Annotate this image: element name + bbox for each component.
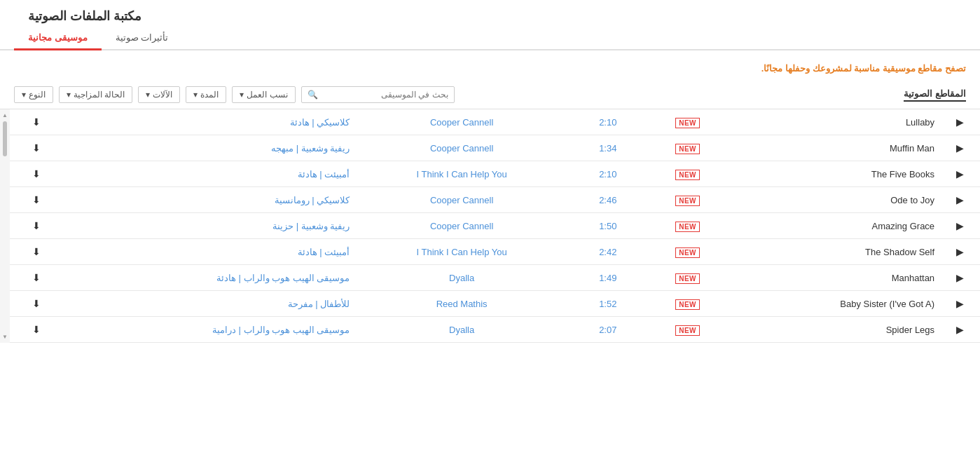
badge-cell: NEW — [648, 213, 728, 239]
track-genre[interactable]: كلاسيكي | رومانسية — [63, 187, 355, 213]
play-button[interactable]: ▶ — [956, 324, 964, 335]
new-badge: NEW — [675, 325, 700, 336]
new-badge: NEW — [675, 144, 700, 154]
chevron-down-icon: ▾ — [240, 90, 244, 100]
download-button[interactable]: ⬇ — [32, 272, 41, 283]
track-name: The Shadow Self — [728, 239, 941, 265]
filter-duration-label: المدة — [200, 90, 219, 100]
track-name: Lullaby — [728, 109, 941, 135]
track-artist: Cooper Cannell — [355, 135, 568, 161]
chevron-down-icon: ▾ — [67, 90, 71, 100]
track-duration: 2:42 — [568, 239, 648, 265]
scrollbar[interactable]: ▲ ▼ — [0, 109, 10, 343]
download-cell: ⬇ — [10, 239, 63, 265]
table-row: ▶ The Five Books NEW 2:10 I Think I Can … — [10, 161, 980, 187]
tracks-table-container: ▲ ▼ ▶ Lullaby NEW 2:10 Cooper Cannell كل… — [0, 109, 980, 343]
download-cell: ⬇ — [10, 291, 63, 317]
download-button[interactable]: ⬇ — [32, 142, 41, 154]
new-badge: NEW — [675, 196, 700, 206]
play-button[interactable]: ▶ — [956, 194, 964, 205]
scroll-up-arrow[interactable]: ▲ — [2, 112, 8, 118]
play-button[interactable]: ▶ — [956, 298, 964, 309]
track-artist: Cooper Cannell — [355, 187, 568, 213]
track-genre[interactable]: كلاسيكي | هادئة — [63, 109, 355, 135]
track-genre[interactable]: موسيقى الهيب هوب والراب | هادئة — [63, 265, 355, 291]
track-duration: 2:10 — [568, 109, 648, 135]
download-button[interactable]: ⬇ — [32, 194, 41, 205]
badge-cell: NEW — [648, 161, 728, 187]
table-row: ▶ Manhattan NEW 1:49 Dyalla موسيقى الهيب… — [10, 265, 980, 291]
chevron-down-icon: ▾ — [146, 90, 150, 100]
track-genre[interactable]: للأطفال | مفرحة — [63, 291, 355, 317]
filter-mood[interactable]: الحالة المزاجية ▾ — [59, 86, 132, 103]
download-cell: ⬇ — [10, 317, 63, 343]
filter-tempo[interactable]: نسب العمل ▾ — [232, 86, 295, 103]
play-cell: ▶ — [940, 135, 980, 161]
table-row: ▶ Amazing Grace NEW 1:50 Cooper Cannell … — [10, 213, 980, 239]
track-artist: Reed Mathis — [355, 291, 568, 317]
play-cell: ▶ — [940, 187, 980, 213]
track-genre[interactable]: ريفية وشعبية | مبهجه — [63, 135, 355, 161]
track-duration: 1:49 — [568, 265, 648, 291]
track-duration: 1:50 — [568, 213, 648, 239]
page-title: مكتبة الملفات الصوتية — [28, 8, 142, 24]
play-button[interactable]: ▶ — [956, 168, 964, 179]
play-button[interactable]: ▶ — [956, 142, 964, 154]
new-badge: NEW — [675, 247, 700, 258]
play-button[interactable]: ▶ — [956, 272, 964, 283]
subtitle-text: تصفح مقاطع موسيقية مناسبة لمشروعك وحفلها… — [761, 63, 966, 74]
play-cell: ▶ — [940, 291, 980, 317]
header: مكتبة الملفات الصوتية — [0, 0, 980, 24]
filter-type[interactable]: النوع ▾ — [14, 86, 53, 103]
play-button[interactable]: ▶ — [956, 220, 964, 231]
track-genre[interactable]: أمبيئت | هادئة — [63, 161, 355, 187]
table-row: ▶ Lullaby NEW 2:10 Cooper Cannell كلاسيك… — [10, 109, 980, 135]
download-button[interactable]: ⬇ — [32, 168, 41, 179]
track-name: (I've Got A) Baby Sister — [728, 291, 941, 317]
track-name: Manhattan — [728, 265, 941, 291]
track-duration: 2:10 — [568, 161, 648, 187]
track-name: The Five Books — [728, 161, 941, 187]
filter-tempo-label: نسب العمل — [247, 90, 287, 100]
search-box: 🔍 — [301, 86, 455, 103]
play-button[interactable]: ▶ — [956, 246, 964, 257]
section-label: المقاطع الصوتية — [904, 88, 966, 102]
table-row: ▶ The Shadow Self NEW 2:42 I Think I Can… — [10, 239, 980, 265]
filter-mood-label: الحالة المزاجية — [74, 90, 125, 100]
download-cell: ⬇ — [10, 135, 63, 161]
search-icon: 🔍 — [308, 90, 318, 100]
play-button[interactable]: ▶ — [956, 116, 964, 128]
play-cell: ▶ — [940, 109, 980, 135]
play-cell: ▶ — [940, 317, 980, 343]
download-button[interactable]: ⬇ — [32, 116, 41, 128]
track-artist: Dyalla — [355, 317, 568, 343]
tab-music[interactable]: موسيقى مجانية — [14, 27, 102, 50]
filter-duration[interactable]: المدة ▾ — [186, 86, 226, 103]
track-genre[interactable]: موسيقى الهيب هوب والراب | درامية — [63, 317, 355, 343]
badge-cell: NEW — [648, 135, 728, 161]
track-duration: 1:52 — [568, 291, 648, 317]
track-artist: Dyalla — [355, 265, 568, 291]
scroll-thumb — [3, 121, 7, 156]
track-genre[interactable]: ريفية وشعبية | حزينة — [63, 213, 355, 239]
track-duration: 2:46 — [568, 187, 648, 213]
track-name: Amazing Grace — [728, 213, 941, 239]
search-input[interactable] — [322, 90, 448, 100]
download-button[interactable]: ⬇ — [32, 324, 41, 335]
badge-cell: NEW — [648, 265, 728, 291]
tab-sfx[interactable]: تأثيرات صوتية — [102, 27, 183, 50]
new-badge: NEW — [675, 170, 700, 180]
track-name: Ode to Joy — [728, 187, 941, 213]
track-artist: Cooper Cannell — [355, 109, 568, 135]
filter-instruments[interactable]: الآلات ▾ — [138, 86, 180, 103]
badge-cell: NEW — [648, 317, 728, 343]
track-genre[interactable]: أمبيئت | هادئة — [63, 239, 355, 265]
track-duration: 1:34 — [568, 135, 648, 161]
chevron-down-icon: ▾ — [193, 90, 198, 100]
download-button[interactable]: ⬇ — [32, 246, 41, 257]
download-button[interactable]: ⬇ — [32, 298, 41, 309]
download-cell: ⬇ — [10, 265, 63, 291]
download-button[interactable]: ⬇ — [32, 220, 41, 231]
track-name: Spider Legs — [728, 317, 941, 343]
scroll-down-arrow[interactable]: ▼ — [2, 334, 8, 340]
